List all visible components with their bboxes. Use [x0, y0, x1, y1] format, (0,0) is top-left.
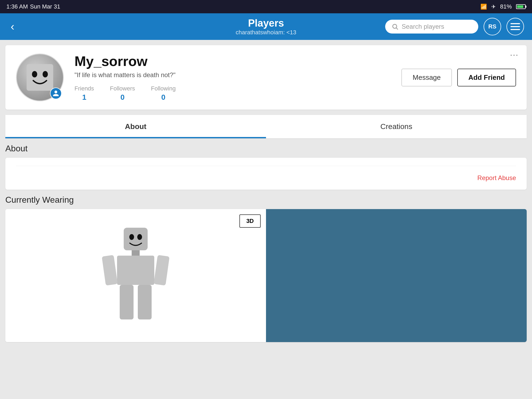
search-placeholder: Search players [402, 23, 444, 30]
wearing-section: Currently Wearing 3D [5, 195, 527, 342]
nav-center: Players charathatswhoiam: <13 [236, 18, 296, 36]
profile-username: My_sorrow [74, 53, 391, 69]
following-value: 0 [151, 93, 176, 102]
about-title: About [5, 144, 527, 153]
wearing-character-panel: 3D [5, 209, 266, 342]
svg-point-10 [137, 234, 142, 240]
wearing-grid: 3D [5, 209, 527, 342]
following-stat: Following 0 [151, 85, 176, 102]
followers-label: Followers [110, 85, 135, 92]
svg-rect-15 [120, 285, 134, 319]
nav-title: Players [236, 18, 296, 29]
report-abuse-button[interactable]: Report Abuse [16, 174, 516, 182]
wearing-blue-panel [266, 209, 527, 342]
battery-percent: 81% [500, 3, 512, 10]
tabs-container: About Creations [5, 115, 527, 138]
person-icon [52, 90, 59, 97]
date-display: Sun Mar 31 [30, 3, 60, 10]
btn-3d[interactable]: 3D [239, 214, 261, 228]
svg-rect-3 [510, 26, 520, 27]
friends-value: 1 [74, 93, 94, 102]
svg-rect-12 [117, 256, 154, 285]
profile-info: My_sorrow "If life is what matters is de… [74, 53, 391, 102]
menu-icon [510, 23, 520, 30]
about-divider [16, 166, 516, 166]
svg-point-7 [43, 71, 48, 77]
nav-bar: ‹ Players charathatswhoiam: <13 Search p… [0, 13, 532, 40]
signal-icon: ✈ [491, 3, 496, 10]
svg-rect-14 [154, 255, 170, 285]
svg-rect-5 [27, 64, 53, 91]
friends-stat: Friends 1 [74, 85, 94, 102]
nav-subtitle: charathatswhoiam: <13 [236, 29, 296, 36]
wifi-icon: 📶 [480, 3, 487, 10]
following-label: Following [151, 85, 176, 92]
battery-bar [516, 4, 526, 9]
followers-stat: Followers 0 [110, 85, 135, 102]
svg-rect-4 [510, 29, 520, 30]
stats-row: Friends 1 Followers 0 Following 0 [74, 85, 391, 102]
avatar-face [24, 61, 56, 93]
svg-point-0 [393, 24, 397, 28]
character-figure [98, 225, 173, 326]
search-box[interactable]: Search players [385, 20, 478, 34]
tab-creations[interactable]: Creations [266, 115, 527, 138]
friends-label: Friends [74, 85, 94, 92]
message-button[interactable]: Message [401, 69, 452, 86]
profile-actions: Message Add Friend [401, 69, 516, 86]
add-friend-button[interactable]: Add Friend [457, 69, 516, 86]
svg-point-9 [129, 234, 134, 240]
svg-rect-13 [102, 255, 118, 285]
status-bar: 1:36 AM Sun Mar 31 📶 ✈ 81% [0, 0, 532, 13]
profile-bio: "If life is what matters is death not?" [74, 71, 391, 79]
followers-value: 0 [110, 93, 135, 102]
svg-rect-8 [124, 228, 148, 250]
rs-button[interactable]: RS [484, 18, 501, 35]
svg-rect-2 [510, 23, 520, 24]
battery-container [516, 4, 526, 9]
search-icon [392, 23, 398, 30]
svg-line-1 [396, 28, 398, 30]
status-left: 1:36 AM Sun Mar 31 [6, 3, 60, 10]
avatar-container [16, 53, 64, 101]
tab-about[interactable]: About [5, 115, 266, 138]
svg-rect-16 [138, 285, 152, 319]
nav-right: Search players RS [385, 18, 524, 35]
battery-fill [517, 5, 523, 8]
menu-button[interactable] [506, 18, 524, 35]
avatar-badge [50, 88, 62, 99]
svg-point-6 [32, 71, 37, 77]
back-button[interactable]: ‹ [8, 18, 17, 35]
profile-card: ··· My_sorrow "If life is what matters i… [5, 45, 527, 110]
wearing-title: Currently Wearing [5, 195, 527, 205]
time-display: 1:36 AM [6, 3, 28, 10]
about-section: About Report Abuse [5, 144, 527, 190]
svg-rect-11 [132, 250, 140, 256]
more-options-button[interactable]: ··· [510, 51, 519, 59]
status-right: 📶 ✈ 81% [480, 3, 526, 10]
about-card: Report Abuse [5, 158, 527, 190]
